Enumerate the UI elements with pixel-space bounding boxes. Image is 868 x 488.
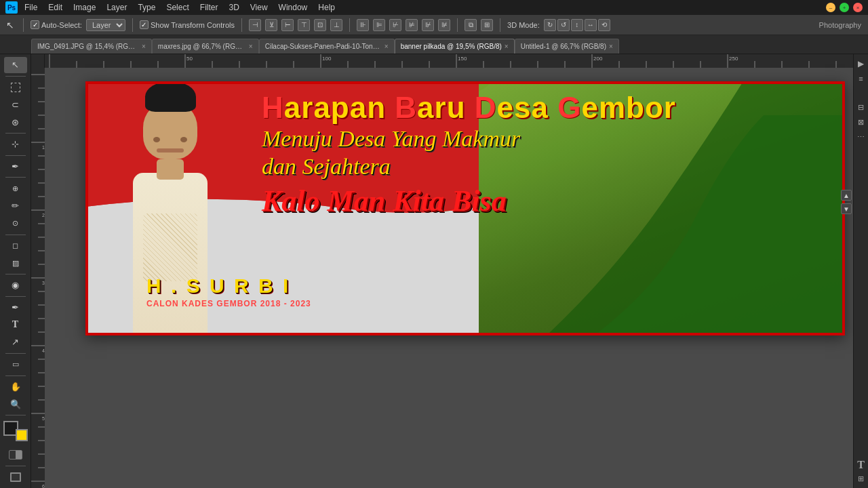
arrange-button[interactable]: ⧉	[465, 19, 477, 31]
menu-type[interactable]: Type	[134, 1, 159, 14]
hand-tool-button[interactable]: ✋	[4, 378, 27, 394]
photography-workspace-label: Photography	[819, 21, 864, 29]
menu-filter[interactable]: Filter	[196, 1, 222, 14]
tab-img0491[interactable]: IMG_0491.JPG @ 15,4% (RGB/8) ×	[31, 39, 152, 54]
type-tool-button[interactable]: T	[4, 317, 27, 333]
window-controls: – + ×	[826, 3, 863, 12]
spot-heal-button[interactable]: ⊕	[4, 180, 27, 197]
pen-icon: ✒	[12, 302, 19, 312]
align-right-button[interactable]: ⊢	[281, 19, 294, 31]
clone-stamp-button[interactable]: ⊙	[4, 216, 27, 232]
menu-view[interactable]: View	[246, 1, 272, 14]
panel-icon-layers[interactable]: ⊟	[856, 102, 867, 113]
transform-wrapper: ✓ Show Transform Controls	[140, 20, 235, 29]
left-toolbar: ↖ ⊂ ⊛ ⊹ ✒ ⊕ ✏	[0, 54, 31, 488]
tab-maxres[interactable]: maxres.jpg @ 66,7% (RGB/8) ×	[152, 39, 259, 54]
align-center-v-button[interactable]: ⊡	[314, 19, 326, 31]
quick-mask-button[interactable]	[4, 447, 27, 463]
transform-label: Show Transform Controls	[151, 21, 235, 29]
dist-left-button[interactable]: ⊪	[357, 19, 369, 31]
main-canvas: Harapan Baru Desa Gembor Menuju Desa Yan…	[85, 81, 845, 336]
v-ruler: 100200300400500600	[31, 68, 45, 488]
eraser-button[interactable]: ◻	[4, 237, 27, 253]
close-button[interactable]: ×	[853, 3, 863, 12]
auto-select-dropdown[interactable]: Layer	[86, 19, 125, 31]
crop-tool-button[interactable]: ⊹	[4, 136, 27, 152]
tab-cilacap[interactable]: Cilacap-Sukses-Panen-Padi-10-Ton-per-Hek…	[259, 39, 395, 54]
menu-image[interactable]: Image	[69, 1, 100, 14]
dist-cv-button[interactable]: ⊮	[422, 19, 434, 31]
background-color[interactable]	[16, 429, 28, 441]
separator4	[349, 18, 350, 32]
rectangle-tool-button[interactable]: ▭	[4, 357, 27, 373]
blur-button[interactable]: ◉	[4, 277, 27, 293]
3d-btn1[interactable]: ↻	[544, 19, 556, 31]
tab-close-img0491[interactable]: ×	[142, 43, 146, 50]
h-ruler: 50100150200250300	[45, 54, 868, 68]
tab-untitled[interactable]: Untitled-1 @ 66,7% (RGB/8) ×	[515, 39, 619, 54]
3d-btn5[interactable]: ⟲	[598, 19, 610, 31]
marquee-tool-button[interactable]	[4, 79, 27, 96]
ps-logo: Ps	[5, 1, 18, 14]
tab-close-banner[interactable]: ×	[505, 43, 509, 50]
tab-close-cilacap[interactable]: ×	[384, 43, 389, 50]
eyedropper-button[interactable]: ✒	[4, 159, 27, 175]
3d-mode-label: 3D Mode:	[507, 21, 540, 29]
banner-slogan: Kalo Man Kita Bisa	[262, 184, 838, 218]
menu-help[interactable]: Help	[314, 1, 339, 14]
tab-close-untitled[interactable]: ×	[609, 43, 613, 50]
menu-file[interactable]: File	[20, 1, 41, 14]
quick-select-button[interactable]: ⊛	[4, 114, 27, 130]
align-center-h-button[interactable]: ⊻	[265, 19, 277, 31]
align-top-button[interactable]: ⊤	[298, 19, 310, 31]
banner-text-container: Harapan Baru Desa Gembor Menuju Desa Yan…	[262, 92, 838, 218]
panel-icon-paths[interactable]: ⋯	[856, 131, 867, 142]
zoom-tool-button[interactable]: 🔍	[4, 396, 27, 412]
auto-select-checkbox[interactable]: ✓	[31, 20, 39, 29]
path-select-button[interactable]: ↗	[4, 334, 27, 350]
dist-right-button[interactable]: ⊬	[389, 19, 401, 31]
banner-person-subtitle: CALON KADES GEMBOR 2018 - 2023	[146, 299, 311, 308]
3d-btn3[interactable]: ↕	[571, 19, 583, 31]
quick-mask-icon	[9, 450, 22, 460]
panel-expand-icon[interactable]: ▶	[856, 58, 867, 69]
menu-select[interactable]: Select	[162, 1, 193, 14]
align-bottom-button[interactable]: ⊥	[330, 19, 342, 31]
tool-separator-3	[5, 155, 26, 156]
minimize-button[interactable]: –	[826, 3, 835, 12]
tab-close-maxres[interactable]: ×	[249, 43, 253, 50]
swatches-icon[interactable]: ⊞	[856, 473, 867, 484]
menu-layer[interactable]: Layer	[102, 1, 131, 14]
eraser-icon: ◻	[12, 241, 18, 250]
maximize-button[interactable]: +	[840, 3, 849, 12]
tab-banner-pilkada[interactable]: banner pilkada @ 19,5% (RGB/8) ×	[395, 39, 515, 54]
gradient-button[interactable]: ▨	[4, 255, 27, 271]
title-bar-left: Ps File Edit Image Layer Type Select Fil…	[5, 1, 339, 14]
move-tool-button[interactable]: ↖	[4, 57, 27, 73]
lasso-tool-button[interactable]: ⊂	[4, 96, 27, 113]
panel-icon-1[interactable]: ≡	[856, 73, 867, 84]
dist-top-button[interactable]: ⊭	[406, 19, 418, 31]
move-icon: ↖	[12, 60, 19, 70]
menu-edit[interactable]: Edit	[44, 1, 66, 14]
transform-checkbox[interactable]: ✓	[140, 20, 149, 29]
right-arrow-up[interactable]: ▲	[841, 190, 852, 201]
align-left-button[interactable]: ⊣	[249, 19, 261, 31]
menu-window[interactable]: Window	[275, 1, 312, 14]
text-panel-icon[interactable]: T	[856, 460, 867, 470]
menu-3d[interactable]: 3D	[224, 1, 243, 14]
auto-select-wrapper: ✓ Auto-Select:	[31, 20, 82, 29]
dist-ch-button[interactable]: ⊫	[373, 19, 385, 31]
dist-bottom-button[interactable]: ⊯	[438, 19, 450, 31]
3d-btn4[interactable]: ↔	[585, 19, 597, 31]
lasso-icon: ⊂	[12, 100, 19, 110]
right-arrow-down[interactable]: ▼	[841, 203, 852, 214]
3d-btn2[interactable]: ↺	[557, 19, 570, 31]
right-panel-bottom: T ⊞	[856, 460, 867, 484]
auto-align-button[interactable]: ⊞	[481, 19, 493, 31]
pen-tool-button[interactable]: ✒	[4, 299, 27, 315]
options-bar: ↖ ✓ Auto-Select: Layer ✓ Show Transform …	[0, 15, 868, 35]
brush-tool-button[interactable]: ✏	[4, 198, 27, 214]
screen-mode-button[interactable]	[4, 469, 27, 485]
panel-icon-channels[interactable]: ⊠	[856, 117, 867, 127]
